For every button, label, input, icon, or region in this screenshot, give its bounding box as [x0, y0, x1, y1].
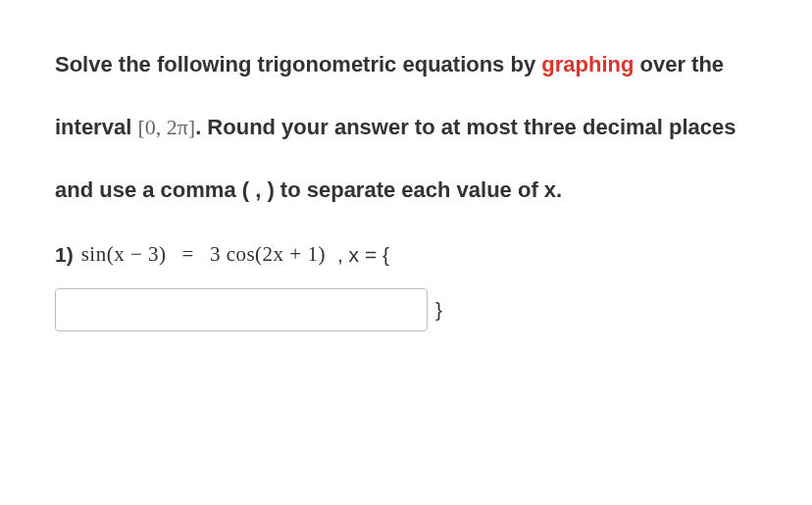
- equation-suffix: , x = {: [337, 243, 389, 267]
- close-brace: }: [435, 298, 442, 322]
- question-number: 1): [55, 243, 74, 267]
- instructions-text: Solve the following trigonometric equati…: [55, 33, 763, 221]
- answer-input[interactable]: [55, 288, 428, 331]
- equals-sign: =: [182, 242, 194, 267]
- instr-interval: [0, 2π]: [137, 115, 195, 139]
- instr-part1: Solve the following trigonometric equati…: [55, 52, 541, 76]
- instr-highlight: graphing: [541, 52, 634, 76]
- answer-row: }: [55, 288, 763, 331]
- equation-rhs: 3 cos(2x + 1): [210, 242, 326, 267]
- question-row: 1) sin(x − 3) = 3 cos(2x + 1) , x = {: [55, 242, 763, 267]
- equation-lhs: sin(x − 3): [81, 242, 167, 267]
